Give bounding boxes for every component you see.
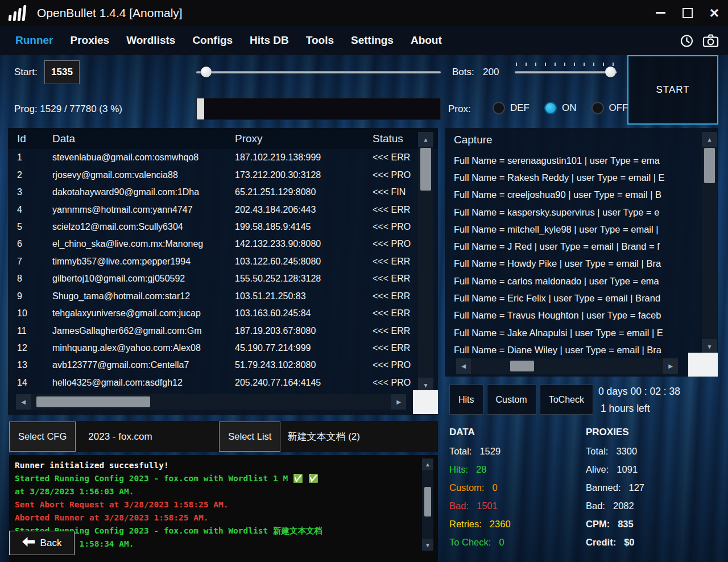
capture-row[interactable]: Full Name = mitchell_kyle98 | user Type … [445,221,701,238]
result-row[interactable]: 11 JamesGallagher662@gmail.com:Gm 187.19… [8,322,422,339]
menu-item[interactable]: Hits DB [241,34,297,47]
result-row[interactable]: 9 Shugo_tama@hotmail.com:star12 103.51.2… [8,288,422,305]
progress-label: Prog: 1529 / 77780 (3 %) [14,104,122,115]
slider-thumb[interactable] [201,67,212,77]
result-row[interactable]: 6 el_chino_ska@live.com.mx:Manoneg 142.1… [8,235,422,253]
capture-vertical-scrollbar[interactable]: ▲ ▼ [702,132,717,354]
scrollbar-thumb[interactable] [36,396,150,407]
column-header-proxy[interactable]: Proxy [235,133,373,145]
proxy-mode-option[interactable]: OFF [592,102,628,114]
log-vertical-scrollbar[interactable]: ▲ ▼ [422,458,433,551]
stat-value: 28 [476,464,486,474]
screenshot-camera-icon[interactable] [702,34,719,48]
result-row[interactable]: 3 dakotahayward90@gmail.com:1Dha 65.21.2… [8,184,422,201]
back-button[interactable]: Back [9,531,75,555]
menu-item[interactable]: Runner [7,34,62,47]
scroll-up-icon[interactable]: ▲ [702,132,717,147]
result-tabs: HitsCustomToCheck [449,385,593,415]
slider-track[interactable] [196,71,441,73]
cell-proxy: 199.58.185.9:4145 [235,222,373,232]
menu-item[interactable]: Tools [297,34,342,47]
stat-value: 2082 [613,501,634,511]
close-button[interactable]: × [710,5,719,21]
result-row[interactable]: 4 yannmms@hotmail.com:yann4747 202.43.18… [8,201,422,218]
scrollbar-thumb[interactable] [424,487,431,516]
menu-item[interactable]: Settings [342,34,402,47]
proxy-mode-option[interactable]: ON [544,102,577,114]
scrollbar-thumb[interactable] [420,148,431,191]
result-tab[interactable]: Custom [487,385,536,415]
scrollbar-thumb[interactable] [704,148,715,183]
maximize-button[interactable] [682,8,693,18]
menu-item[interactable]: Configs [184,34,241,47]
cell-proxy: 103.122.60.245:8080 [235,257,373,267]
stat-row: Bad:2082 [586,497,719,515]
menu-item[interactable]: Wordlists [118,34,184,47]
proxy-mode-option[interactable]: DEF [493,102,530,114]
result-tab[interactable]: Hits [449,385,483,415]
cell-id: 12 [17,343,52,353]
capture-row[interactable]: Full Name = serenaagustin101 | user Type… [445,152,701,169]
scroll-down-icon[interactable]: ▼ [702,339,717,354]
result-row[interactable]: 10 tehgalaxyuniverse@gmail.com:jucap 103… [8,305,422,322]
capture-horizontal-scrollbar[interactable]: ◀ ▶ [456,358,678,374]
log-line: Started Running Config 2023 - fox.com wi… [15,472,419,485]
menu-item[interactable]: About [402,34,450,47]
main-menu: RunnerProxiesWordlistsConfigsHits DBTool… [0,26,728,55]
capture-row[interactable]: Full Name = Rakesh Reddy | user Type = e… [445,169,701,186]
result-tab[interactable]: ToCheck [540,385,593,415]
capture-row[interactable]: Full Name = Diane Wiley | user Type = em… [445,341,701,358]
column-header-id[interactable]: Id [17,133,52,145]
minimize-button[interactable] [656,12,665,14]
result-row[interactable]: 2 rjosevy@gmail.com:valencia88 173.212.2… [8,166,422,183]
scroll-left-icon[interactable]: ◀ [456,358,471,374]
scrollbar-thumb[interactable] [510,361,534,371]
scroll-right-icon[interactable]: ▶ [391,394,406,410]
start-position-slider[interactable] [196,66,441,78]
result-row[interactable]: 1 stevenlabua@gmail.com:osmwhqo8 187.102… [8,149,422,166]
start-button[interactable]: START [627,55,718,125]
select-list-button[interactable]: Select List [219,422,280,452]
result-row[interactable]: 14 hello4325@gmail.com:asdfgh12 205.240.… [8,374,422,391]
cell-data: yannmms@hotmail.com:yann4747 [52,205,235,215]
results-horizontal-scrollbar[interactable]: ◀ ▶ [16,394,406,410]
result-row[interactable]: 5 scielzo12@mail.com:Scully6304 199.58.1… [8,218,422,235]
scroll-up-icon[interactable]: ▲ [418,132,433,147]
stat-label: Bad: [586,501,605,511]
start-input[interactable] [44,60,80,84]
capture-row[interactable]: Full Name = J Red | user Type = email | … [445,238,701,255]
back-arrow-icon [22,537,35,549]
result-row[interactable]: 13 avb123777@gmail.com:Centella7 51.79.2… [8,357,422,374]
scroll-up-icon[interactable]: ▲ [422,458,433,470]
radio-label: DEF [510,102,530,114]
capture-row[interactable]: Full Name = Travus Houghton | user Type … [445,307,701,324]
capture-row[interactable]: Full Name = creeljoshua90 | user Type = … [445,187,701,204]
capture-row[interactable]: Full Name = carlos maldonado | user Type… [445,272,701,290]
stat-label: Banned: [586,482,621,493]
scroll-right-icon[interactable]: ▶ [663,358,678,374]
column-header-data[interactable]: Data [52,133,235,145]
cell-data: timmyb357@live.com:pepper1994 [52,257,235,267]
results-vertical-scrollbar[interactable]: ▲ ▼ [418,132,433,392]
capture-row[interactable]: Full Name = kaspersky.supervirus | user … [445,204,701,221]
scrollbar-corner [688,353,718,377]
scheduler-clock-icon[interactable] [679,33,694,48]
scroll-left-icon[interactable]: ◀ [16,394,31,410]
result-row[interactable]: 12 minhquang.alex@yahoo.com:Alex08 45.19… [8,340,422,357]
stat-row: Total:3300 [586,442,719,460]
slider-thumb[interactable] [605,67,616,77]
capture-row[interactable]: Full Name = Jake Alnapulsi | user Type =… [445,324,701,341]
slider-track[interactable] [515,71,617,73]
scroll-down-icon[interactable]: ▼ [422,539,433,551]
stat-label: Total: [586,446,608,456]
capture-row[interactable]: Full Name = Eric Felix | user Type = ema… [445,290,701,307]
cell-proxy: 202.43.184.206:443 [235,205,373,215]
stat-row: Banned:127 [586,478,719,497]
select-config-button[interactable]: Select CFG [9,422,76,452]
bots-slider[interactable] [515,66,617,78]
menu-item[interactable]: Proxies [62,34,118,47]
log-line: Aborted Runner at 3/28/2023 1:58:25 AM. [15,511,419,524]
capture-row[interactable]: Full Name = Howdy Pike | user Type = ema… [445,255,701,272]
result-row[interactable]: 7 timmyb357@live.com:pepper1994 103.122.… [8,253,422,270]
result-row[interactable]: 8 gilbertoj10@gmail.com:gj050592 155.50.… [8,270,422,287]
